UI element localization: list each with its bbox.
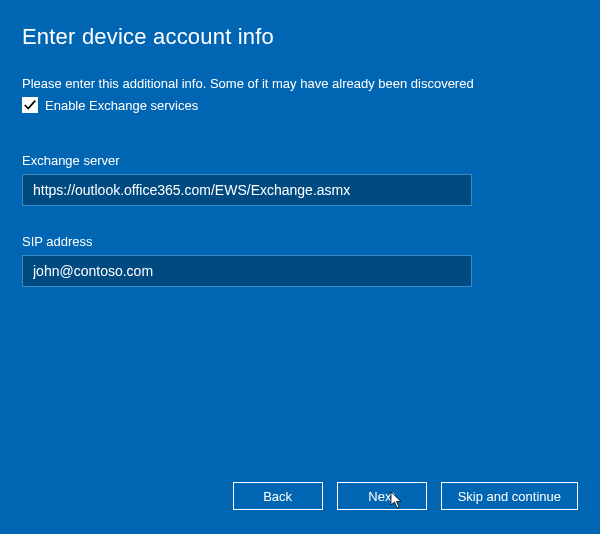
button-row: Back Next Skip and continue <box>233 482 578 510</box>
enable-exchange-label: Enable Exchange services <box>45 98 198 113</box>
sip-address-label: SIP address <box>22 234 578 249</box>
exchange-server-label: Exchange server <box>22 153 578 168</box>
page-title: Enter device account info <box>22 24 578 50</box>
skip-and-continue-button[interactable]: Skip and continue <box>441 482 578 510</box>
instruction-text: Please enter this additional info. Some … <box>22 76 578 91</box>
exchange-server-input[interactable] <box>22 174 472 206</box>
checkbox-check-icon[interactable] <box>22 97 38 113</box>
next-button-label: Next <box>368 489 395 504</box>
back-button[interactable]: Back <box>233 482 323 510</box>
exchange-server-group: Exchange server <box>22 153 578 206</box>
sip-address-input[interactable] <box>22 255 472 287</box>
sip-address-group: SIP address <box>22 234 578 287</box>
next-button[interactable]: Next <box>337 482 427 510</box>
enable-exchange-checkbox-row[interactable]: Enable Exchange services <box>22 97 578 113</box>
